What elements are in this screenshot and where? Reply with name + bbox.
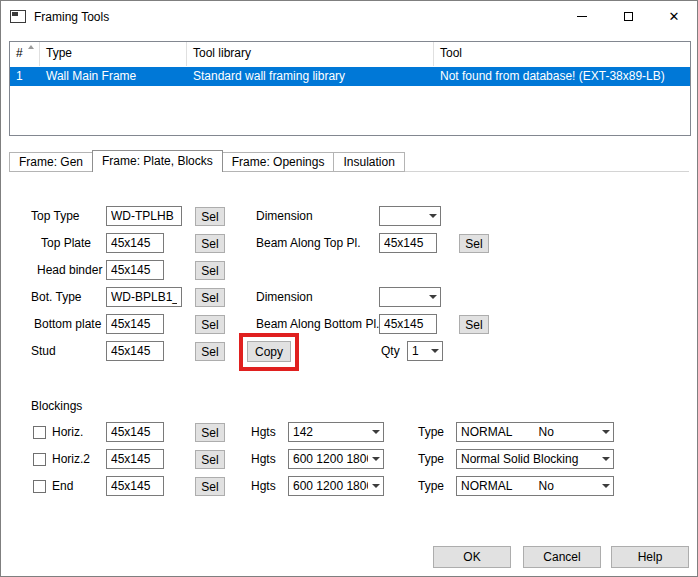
- row-tool-library: Standard wall framing library: [187, 67, 434, 86]
- tab-bar: Frame: Gen Frame: Plate, Blocks Frame: O…: [9, 150, 404, 172]
- horiz2-input[interactable]: [106, 449, 164, 469]
- beam-along-top-sel-button[interactable]: Sel: [459, 234, 489, 253]
- end-type-value: NORMAL No: [457, 477, 598, 495]
- dimension-top-combobox[interactable]: [379, 206, 441, 226]
- dimension-bottom-value: [380, 288, 425, 306]
- top-plate-input[interactable]: [106, 233, 164, 253]
- chevron-down-icon: [598, 450, 613, 468]
- top-plate-sel-button[interactable]: Sel: [195, 234, 225, 253]
- beam-along-bottom-sel-button[interactable]: Sel: [459, 315, 489, 334]
- beam-along-bottom-label: Beam Along Bottom Pl.: [256, 314, 379, 335]
- horiz2-sel-button[interactable]: Sel: [195, 450, 225, 469]
- copy-button[interactable]: Copy: [247, 341, 291, 362]
- sort-ascending-icon: [28, 45, 34, 49]
- dimension-top-value: [380, 207, 425, 225]
- maximize-button[interactable]: [605, 1, 651, 32]
- col-header-num-label: #: [16, 46, 23, 60]
- end-hgts-value: 600 1200 1800: [289, 477, 368, 495]
- qty-combobox[interactable]: 1: [407, 341, 443, 361]
- col-header-type[interactable]: Type: [40, 42, 187, 66]
- col-header-type-label: Type: [46, 46, 72, 60]
- tool-list-header: # Type Tool library Tool: [10, 42, 690, 66]
- head-binder-label: Head binder: [37, 260, 102, 281]
- horiz-input[interactable]: [106, 422, 164, 442]
- horiz-type-combobox[interactable]: NORMAL No: [456, 422, 614, 442]
- chevron-down-icon: [598, 423, 613, 441]
- end-type-label: Type: [418, 476, 444, 497]
- bottom-plate-sel-button[interactable]: Sel: [195, 315, 225, 334]
- minimize-button[interactable]: [559, 1, 605, 32]
- col-header-tool-library-label: Tool library: [193, 46, 251, 60]
- horiz-checkbox[interactable]: [33, 426, 46, 439]
- col-header-tool-library[interactable]: Tool library: [187, 42, 434, 66]
- stud-input[interactable]: [106, 341, 164, 361]
- tab-insulation[interactable]: Insulation: [333, 152, 404, 172]
- chevron-down-icon: [425, 207, 440, 225]
- horiz-type-label: Type: [418, 422, 444, 443]
- app-icon: [10, 10, 26, 23]
- bottom-plate-input[interactable]: [106, 314, 164, 334]
- horiz2-type-label: Type: [418, 449, 444, 470]
- horiz2-hgts-value: 600 1200 1800: [289, 450, 368, 468]
- bot-type-sel-button[interactable]: Sel: [195, 288, 225, 307]
- chevron-down-icon: [368, 423, 383, 441]
- end-input[interactable]: [106, 476, 164, 496]
- horiz2-type-combobox[interactable]: Normal Solid Blocking: [456, 449, 614, 469]
- horiz-type-value: NORMAL No: [457, 423, 598, 441]
- tab-frame-plate-blocks[interactable]: Frame: Plate, Blocks: [92, 150, 223, 172]
- bot-type-label: Bot. Type: [31, 287, 81, 308]
- help-button[interactable]: Help: [611, 546, 689, 568]
- close-button[interactable]: ✕: [651, 1, 697, 32]
- chevron-down-icon: [368, 477, 383, 495]
- titlebar[interactable]: Framing Tools ✕: [1, 1, 697, 32]
- chevron-down-icon: [598, 477, 613, 495]
- minimize-icon: [577, 16, 587, 17]
- qty-value: 1: [408, 342, 427, 360]
- table-row-wall-main-frame[interactable]: 1 Wall Main Frame Standard wall framing …: [10, 67, 690, 86]
- col-header-tool-label: Tool: [440, 46, 462, 60]
- top-type-label: Top Type: [31, 206, 79, 227]
- top-type-input[interactable]: [106, 206, 182, 226]
- ok-button[interactable]: OK: [433, 546, 511, 568]
- horiz2-hgts-combobox[interactable]: 600 1200 1800: [288, 449, 384, 469]
- head-binder-sel-button[interactable]: Sel: [195, 261, 225, 280]
- horiz2-hgts-label: Hgts: [251, 449, 276, 470]
- beam-along-top-input[interactable]: [379, 233, 437, 253]
- tab-frame-openings[interactable]: Frame: Openings: [222, 152, 335, 172]
- bot-type-input[interactable]: [106, 287, 182, 307]
- row-tool: Not found from database! (EXT-38x89-LB): [434, 67, 690, 86]
- row-num: 1: [10, 67, 40, 86]
- horiz-label: Horiz.: [52, 422, 83, 443]
- stud-sel-button[interactable]: Sel: [195, 342, 225, 361]
- chevron-down-icon: [368, 450, 383, 468]
- end-hgts-combobox[interactable]: 600 1200 1800: [288, 476, 384, 496]
- top-type-sel-button[interactable]: Sel: [195, 207, 225, 226]
- end-label: End: [52, 476, 73, 497]
- horiz-sel-button[interactable]: Sel: [195, 423, 225, 442]
- horiz-hgts-value: 142: [289, 423, 368, 441]
- end-checkbox[interactable]: [33, 480, 46, 493]
- end-hgts-label: Hgts: [251, 476, 276, 497]
- col-header-tool[interactable]: Tool: [434, 42, 690, 66]
- close-icon: ✕: [669, 10, 680, 23]
- dimension-bottom-combobox[interactable]: [379, 287, 441, 307]
- top-plate-label: Top Plate: [41, 233, 91, 254]
- col-header-num[interactable]: #: [10, 42, 40, 66]
- end-type-combobox[interactable]: NORMAL No: [456, 476, 614, 496]
- chevron-down-icon: [425, 288, 440, 306]
- blockings-section-label: Blockings: [31, 396, 82, 417]
- window-controls: ✕: [559, 1, 697, 32]
- beam-along-bottom-input[interactable]: [379, 314, 437, 334]
- horiz2-label: Horiz.2: [52, 449, 90, 470]
- row-type: Wall Main Frame: [40, 67, 187, 86]
- horiz2-checkbox[interactable]: [33, 453, 46, 466]
- tab-frame-gen[interactable]: Frame: Gen: [9, 152, 93, 172]
- horiz-hgts-combobox[interactable]: 142: [288, 422, 384, 442]
- qty-label: Qty: [381, 341, 400, 362]
- end-sel-button[interactable]: Sel: [195, 477, 225, 496]
- head-binder-input[interactable]: [106, 260, 164, 280]
- stud-label: Stud: [31, 341, 56, 362]
- horiz2-type-value: Normal Solid Blocking: [457, 450, 598, 468]
- cancel-button[interactable]: Cancel: [523, 546, 601, 568]
- window-title: Framing Tools: [34, 10, 109, 24]
